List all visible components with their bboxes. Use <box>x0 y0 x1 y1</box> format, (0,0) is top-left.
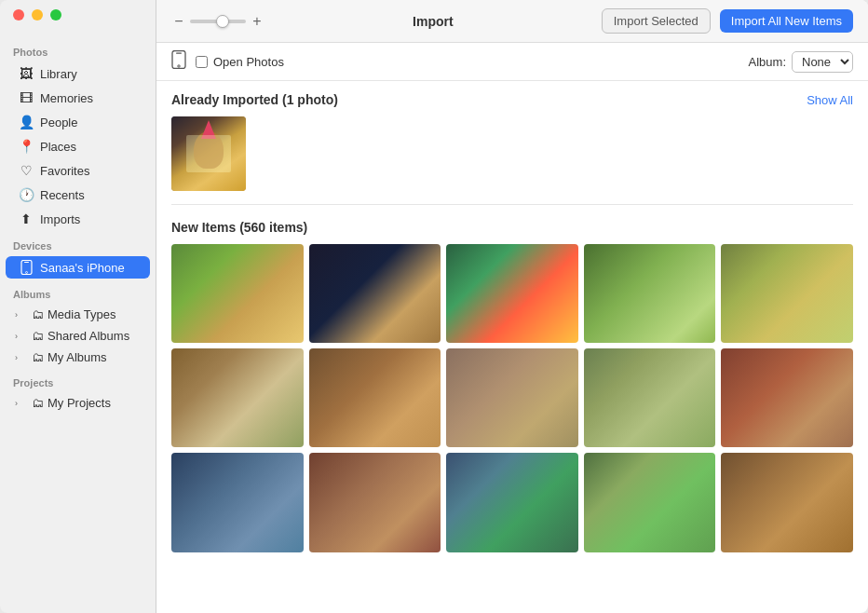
projects-section-label: Projects <box>0 368 156 392</box>
library-icon: 🖼 <box>19 66 34 81</box>
people-icon: 👤 <box>19 115 34 129</box>
sidebar-item-label: Favorites <box>40 164 89 178</box>
minimize-button[interactable] <box>32 9 43 20</box>
svg-rect-4 <box>176 53 182 54</box>
open-photos-check[interactable] <box>196 56 208 68</box>
sidebar-item-memories[interactable]: 🎞 Memories <box>6 87 150 109</box>
photo-grid-item[interactable] <box>309 348 441 447</box>
open-photos-checkbox[interactable]: Open Photos <box>196 55 284 69</box>
sidebar-item-label: Memories <box>40 91 93 105</box>
close-button[interactable] <box>13 9 24 20</box>
places-icon: 📍 <box>19 139 34 154</box>
photo-grid-item[interactable] <box>584 453 716 552</box>
svg-rect-1 <box>24 262 29 263</box>
recents-icon: 🕐 <box>19 187 34 202</box>
sidebar-group-my-albums[interactable]: › 🗂 My Albums <box>6 347 150 367</box>
sidebar-group-label: My Albums <box>47 350 107 364</box>
new-items-header: New Items (560 items) <box>171 220 853 235</box>
sidebar-item-library[interactable]: 🖼 Library <box>6 62 150 85</box>
media-types-icon: 🗂 <box>32 307 44 321</box>
svg-point-5 <box>178 65 180 67</box>
zoom-in-button[interactable]: + <box>250 14 264 29</box>
photo-grid-item[interactable] <box>721 348 853 447</box>
chevron-right-icon: › <box>15 399 26 408</box>
photo-grid-item[interactable] <box>721 453 853 552</box>
chevron-right-icon: › <box>15 353 26 362</box>
sidebar-group-shared-albums[interactable]: › 🗂 Shared Albums <box>6 326 150 346</box>
sidebar-group-label: Shared Albums <box>47 329 129 343</box>
sidebar-item-people[interactable]: 👤 People <box>6 111 150 133</box>
devices-section-label: Devices <box>0 231 156 255</box>
photo-grid-item[interactable] <box>584 348 716 447</box>
sidebar: Photos 🖼 Library 🎞 Memories 👤 People 📍 P… <box>0 0 156 613</box>
new-items-title: New Items (560 items) <box>171 220 307 235</box>
sidebar-item-recents[interactable]: 🕐 Recents <box>6 184 150 206</box>
sidebar-item-favorites[interactable]: ♡ Favorites <box>6 159 150 182</box>
maximize-button[interactable] <box>50 9 61 20</box>
imports-icon: ⬆ <box>19 211 34 226</box>
photo-grid-item[interactable] <box>171 453 304 552</box>
photos-section-label: Photos <box>0 37 156 61</box>
sub-toolbar: Open Photos Album: None <box>156 43 868 81</box>
photo-grid-item[interactable] <box>584 244 716 343</box>
my-projects-icon: 🗂 <box>32 396 44 410</box>
memories-icon: 🎞 <box>19 90 34 105</box>
chevron-right-icon: › <box>15 332 26 341</box>
sidebar-item-device[interactable]: Sanaa's iPhone <box>6 256 150 279</box>
sidebar-item-label: Imports <box>40 212 80 226</box>
main-content: − + Import Import Selected Import All Ne… <box>156 0 868 613</box>
photo-grid-item[interactable] <box>446 244 578 343</box>
zoom-out-button[interactable]: − <box>171 14 186 29</box>
open-photos-label: Open Photos <box>213 55 284 69</box>
already-imported-photo[interactable] <box>171 116 246 191</box>
shared-albums-icon: 🗂 <box>32 329 44 343</box>
photo-grid-item[interactable] <box>446 453 578 552</box>
albums-section-label: Albums <box>0 279 156 304</box>
toolbar-title: Import <box>274 14 592 29</box>
sidebar-item-label: Places <box>40 140 76 154</box>
album-selector: Album: None <box>749 51 853 73</box>
sidebar-item-imports[interactable]: ⬆ Imports <box>6 208 150 230</box>
photo-grid <box>171 244 853 552</box>
photo-grid-item[interactable] <box>171 348 304 447</box>
show-all-link[interactable]: Show All <box>807 93 853 107</box>
photo-grid-item[interactable] <box>309 244 441 343</box>
sidebar-group-my-projects[interactable]: › 🗂 My Projects <box>6 393 150 413</box>
svg-point-2 <box>25 272 27 274</box>
already-imported-header: Already Imported (1 photo) Show All <box>171 92 853 107</box>
import-all-button[interactable]: Import All New Items <box>720 9 853 33</box>
photo-grid-item[interactable] <box>171 244 304 343</box>
zoom-slider[interactable] <box>190 20 246 23</box>
device-label: Sanaa's iPhone <box>40 261 125 275</box>
toolbar: − + Import Import Selected Import All Ne… <box>156 0 868 43</box>
zoom-slider-thumb <box>216 15 229 28</box>
photo-grid-item[interactable] <box>446 348 578 447</box>
iphone-icon <box>19 260 34 275</box>
sidebar-group-label: Media Types <box>47 307 115 321</box>
window-controls <box>13 9 61 20</box>
sidebar-group-media-types[interactable]: › 🗂 Media Types <box>6 305 150 324</box>
photo-grid-item[interactable] <box>309 453 441 552</box>
sidebar-item-label: Recents <box>40 188 85 202</box>
sidebar-group-label: My Projects <box>47 396 111 410</box>
album-text-label: Album: <box>749 55 786 69</box>
album-select[interactable]: None <box>792 51 853 73</box>
already-imported-title: Already Imported (1 photo) <box>171 92 338 107</box>
phone-icon <box>171 50 186 73</box>
my-albums-icon: 🗂 <box>32 350 44 364</box>
sidebar-item-label: People <box>40 116 77 129</box>
photo-grid-item[interactable] <box>721 244 853 343</box>
new-items-section: New Items (560 items) <box>171 220 853 552</box>
content-area: Already Imported (1 photo) Show All New … <box>156 81 868 613</box>
sidebar-item-label: Library <box>40 67 77 81</box>
sidebar-item-places[interactable]: 📍 Places <box>6 135 150 157</box>
import-selected-button[interactable]: Import Selected <box>602 8 711 34</box>
favorites-icon: ♡ <box>19 163 34 178</box>
zoom-controls: − + <box>171 14 264 29</box>
already-imported-grid <box>171 116 853 205</box>
chevron-right-icon: › <box>15 310 26 320</box>
